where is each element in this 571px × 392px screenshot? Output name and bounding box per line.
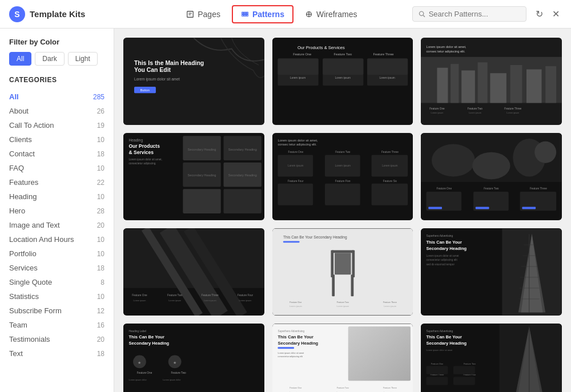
svg-text:Lorem ipsum dolor sit amet: Lorem ipsum dolor sit amet bbox=[134, 77, 180, 82]
svg-text:Secondary Heading: Secondary Heading bbox=[188, 173, 216, 177]
svg-text:Feature Three: Feature Three bbox=[373, 52, 393, 56]
logo: S Template Kits bbox=[9, 6, 85, 22]
svg-rect-186 bbox=[427, 377, 448, 385]
svg-text:Secondary Heading: Secondary Heading bbox=[278, 340, 318, 345]
search-box[interactable] bbox=[412, 6, 526, 22]
svg-text:Lorem ipsum: Lorem ipsum bbox=[469, 112, 481, 114]
svg-text:This Can Be Your: This Can Be Your bbox=[278, 334, 313, 340]
svg-rect-61 bbox=[224, 189, 262, 213]
color-all-button[interactable]: All bbox=[9, 52, 31, 66]
svg-text:Lorem ipsum: Lorem ipsum bbox=[431, 112, 444, 114]
close-button[interactable]: ✕ bbox=[550, 6, 562, 22]
svg-text:Feature One: Feature One bbox=[429, 107, 445, 110]
category-statistics[interactable]: Statistics10 bbox=[9, 289, 104, 304]
svg-point-85 bbox=[535, 142, 557, 163]
nav-wireframes[interactable]: Wireframes bbox=[296, 5, 367, 23]
nav-pages[interactable]: Pages bbox=[177, 5, 230, 23]
svg-point-6 bbox=[419, 11, 423, 15]
category-list: All285 About26 Call To Action19 Clients1… bbox=[9, 90, 104, 361]
svg-text:Feature Three: Feature Three bbox=[383, 301, 397, 304]
category-testimonials[interactable]: Testimonials20 bbox=[9, 332, 104, 346]
category-services[interactable]: Services18 bbox=[9, 261, 104, 275]
category-faq[interactable]: FAQ10 bbox=[9, 161, 104, 175]
search-input[interactable] bbox=[429, 10, 520, 18]
svg-rect-77 bbox=[278, 184, 313, 205]
svg-text:Feature Three: Feature Three bbox=[530, 187, 547, 190]
svg-rect-32 bbox=[437, 68, 448, 103]
svg-point-83 bbox=[472, 152, 510, 179]
svg-text:Secondary Heading: Secondary Heading bbox=[427, 340, 467, 345]
category-call-to-action[interactable]: Call To Action19 bbox=[9, 118, 104, 132]
svg-text:This Can Be Your: This Can Be Your bbox=[128, 334, 164, 340]
svg-rect-120 bbox=[352, 250, 355, 277]
category-features[interactable]: Features22 bbox=[9, 175, 104, 189]
svg-text:Feature Three: Feature Three bbox=[202, 294, 219, 297]
category-clients[interactable]: Clients10 bbox=[9, 132, 104, 147]
pages-icon bbox=[186, 10, 194, 18]
category-contact[interactable]: Contact18 bbox=[9, 147, 104, 161]
svg-text:Lorem ipsum dolor sit amet,: Lorem ipsum dolor sit amet, bbox=[278, 139, 318, 142]
svg-text:Feature Two: Feature Two bbox=[484, 187, 500, 190]
pattern-card[interactable]: This Can Be Your Secondary Heading Featu… bbox=[272, 228, 413, 316]
svg-rect-187 bbox=[453, 377, 475, 385]
svg-rect-164 bbox=[348, 326, 410, 381]
color-dark-button[interactable]: Dark bbox=[35, 52, 64, 66]
category-all[interactable]: All285 bbox=[9, 90, 104, 104]
svg-text:Feature Two: Feature Two bbox=[171, 371, 186, 374]
svg-rect-60 bbox=[183, 189, 220, 213]
pattern-card[interactable]: Superhero Advertising This Can Be Your S… bbox=[272, 324, 413, 392]
color-light-button[interactable]: Light bbox=[68, 52, 98, 66]
refresh-button[interactable]: ↻ bbox=[533, 6, 545, 22]
category-subscribe-form[interactable]: Subscribe Form12 bbox=[9, 304, 104, 318]
svg-text:Lorem ipsum: Lorem ipsum bbox=[336, 305, 349, 308]
pattern-card[interactable]: Superhero Advertising This Can Be Your S… bbox=[421, 228, 562, 316]
svg-rect-93 bbox=[476, 207, 489, 209]
pattern-card[interactable]: This Is the Main Heading You Can Edit Lo… bbox=[123, 38, 264, 125]
pattern-card[interactable]: Heading Our Products & Services Lorem ip… bbox=[123, 133, 264, 220]
svg-rect-79 bbox=[371, 184, 408, 205]
svg-text:You Can Edit: You Can Edit bbox=[134, 67, 171, 73]
svg-text:Lorem ipsum dolor sit amet: Lorem ipsum dolor sit amet bbox=[278, 352, 304, 354]
pattern-card[interactable]: Heading Label This Can Be Your Secondary… bbox=[123, 324, 264, 392]
category-image-and-text[interactable]: Image and Text20 bbox=[9, 218, 104, 232]
svg-text:Lorem ipsum dolor sit amet,: Lorem ipsum dolor sit amet, bbox=[427, 45, 467, 49]
pattern-card[interactable]: Lorem ipsum dolor sit amet, consec tetur… bbox=[272, 133, 413, 220]
svg-text:Feature One: Feature One bbox=[132, 294, 147, 297]
category-single-quote[interactable]: Single Quote8 bbox=[9, 275, 104, 289]
svg-rect-34 bbox=[461, 70, 475, 103]
svg-rect-37 bbox=[510, 65, 522, 103]
svg-text:Feature Two: Feature Two bbox=[337, 301, 349, 304]
svg-text:Feature Four: Feature Four bbox=[238, 294, 254, 297]
category-hero[interactable]: Hero28 bbox=[9, 204, 104, 218]
svg-text:Feature One: Feature One bbox=[293, 52, 311, 56]
svg-text:Lorem ipsum: Lorem ipsum bbox=[384, 305, 396, 308]
svg-text:Feature Five: Feature Five bbox=[335, 180, 351, 183]
svg-text:Feature One: Feature One bbox=[289, 301, 301, 304]
svg-rect-160 bbox=[278, 347, 293, 349]
category-heading[interactable]: Heading10 bbox=[9, 189, 104, 204]
pattern-card[interactable]: Our Products & Services Feature One Feat… bbox=[272, 38, 413, 125]
svg-text:This Is the Main Heading: This Is the Main Heading bbox=[134, 60, 204, 66]
svg-text:Lorem ipsum: Lorem ipsum bbox=[290, 76, 305, 79]
svg-rect-36 bbox=[490, 73, 506, 103]
app-header: S Template Kits Pages Patterns Wireframe… bbox=[0, 0, 571, 29]
pattern-card[interactable]: Feature One Feature Two Feature Three bbox=[421, 133, 562, 220]
svg-text:Superhero Advertising: Superhero Advertising bbox=[427, 330, 453, 333]
category-text[interactable]: Text18 bbox=[9, 346, 104, 361]
category-portfolio[interactable]: Portfolio10 bbox=[9, 246, 104, 261]
svg-rect-114 bbox=[283, 241, 299, 243]
svg-text:Heading Label: Heading Label bbox=[128, 330, 146, 333]
pattern-card[interactable]: Lorem ipsum dolor sit amet, consec tetur… bbox=[421, 38, 562, 125]
svg-line-7 bbox=[423, 15, 425, 17]
filter-title: Filter by Color bbox=[9, 38, 104, 46]
nav-patterns[interactable]: Patterns bbox=[232, 5, 293, 23]
pattern-card[interactable]: Superhero Advertising This Can Be Your S… bbox=[421, 324, 562, 392]
pattern-card[interactable]: Feature One Feature Two Feature Three Fe… bbox=[123, 228, 264, 316]
svg-rect-118 bbox=[351, 274, 353, 296]
svg-rect-38 bbox=[526, 70, 542, 103]
category-about[interactable]: About26 bbox=[9, 104, 104, 118]
category-location-and-hours[interactable]: Location And Hours10 bbox=[9, 232, 104, 246]
svg-text:Heading: Heading bbox=[128, 138, 143, 143]
category-team[interactable]: Team16 bbox=[9, 318, 104, 332]
svg-text:Lorem ipsum dolor: Lorem ipsum dolor bbox=[163, 379, 181, 381]
